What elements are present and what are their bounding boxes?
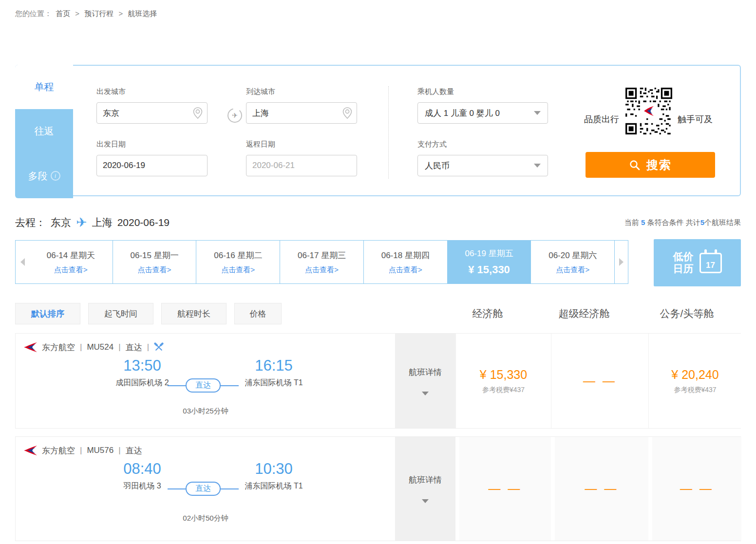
- date-tab-0617[interactable]: 06-17 星期三 点击查看>: [280, 241, 363, 283]
- summary-text: 个航班结果: [704, 218, 741, 226]
- breadcrumb-home[interactable]: 首页: [56, 9, 70, 18]
- route-to: 上海: [92, 216, 113, 229]
- tab-roundtrip[interactable]: 往返: [15, 109, 73, 153]
- date-tab-link[interactable]: 点击查看>: [54, 265, 88, 275]
- summary-count: 5: [700, 218, 704, 226]
- date-tab-link[interactable]: 点击查看>: [138, 265, 171, 275]
- tab-multicity[interactable]: 多段 i: [15, 154, 73, 198]
- flight-type: 直达: [126, 445, 142, 456]
- swap-cities-button[interactable]: ✈: [226, 107, 244, 124]
- economy-price-cell[interactable]: ¥ 15,330 参考税费¥437: [455, 334, 551, 428]
- arrival-time: 10:30: [201, 460, 347, 478]
- economy-tax: 参考税费¥437: [482, 386, 525, 394]
- economy-price: ¥ 15,330: [480, 368, 527, 382]
- date-tab-link[interactable]: 点击查看>: [389, 265, 422, 275]
- chevron-down-icon: [534, 164, 541, 168]
- breadcrumb-separator: >: [118, 9, 123, 18]
- route-from: 东京: [51, 216, 71, 229]
- qr-slogan-left: 品质出行: [584, 113, 619, 125]
- date-tab-link[interactable]: 点击查看>: [221, 265, 255, 275]
- no-price-dash: — —: [680, 482, 714, 496]
- business-tax: 参考税费¥437: [674, 386, 716, 394]
- search-panel: 单程 往返 多段 i 出发城市 ✈ 到达城市 出发日期 返程日期 乘机人数量 成…: [15, 65, 741, 196]
- date-tab-date: 06-18 星期四: [381, 250, 430, 261]
- low-price-label-line1: 低价: [673, 251, 694, 262]
- date-tab-date: 06-20 星期六: [548, 250, 597, 261]
- separator: |: [80, 446, 82, 455]
- search-button[interactable]: 搜索: [586, 152, 715, 178]
- premium-price-cell: — —: [551, 334, 648, 428]
- date-tab-date: 06-19 星期五: [465, 248, 513, 259]
- search-button-label: 搜索: [646, 157, 672, 173]
- premium-economy-column-header: 超级经济舱: [535, 307, 633, 320]
- payment-label: 支付方式: [417, 140, 447, 149]
- date-tab-0616[interactable]: 06-16 星期二 点击查看>: [196, 241, 280, 283]
- passengers-label: 乘机人数量: [417, 87, 454, 96]
- economy-price-cell: — —: [455, 437, 551, 541]
- date-tab-date: 06-14 星期天: [47, 250, 95, 261]
- sort-departure-time-button[interactable]: 起飞时间: [88, 303, 153, 324]
- passengers-value: 成人 1 儿童 0 婴儿 0: [425, 108, 534, 119]
- breadcrumb: 您的位置： 首页 > 预订行程 > 航班选择: [0, 0, 756, 19]
- separator: |: [147, 342, 149, 352]
- sort-default-button[interactable]: 默认排序: [15, 303, 80, 324]
- china-eastern-logo: [23, 445, 38, 456]
- date-tab-date: 06-17 星期三: [298, 250, 346, 261]
- sort-price-button[interactable]: 价格: [234, 303, 282, 324]
- calendar-day: 17: [706, 261, 715, 272]
- business-price-cell[interactable]: ¥ 20,240 参考税费¥437: [648, 334, 741, 428]
- swap-plane-icon: ✈: [227, 107, 243, 124]
- breadcrumb-booking[interactable]: 预订行程: [84, 9, 113, 18]
- depart-date-input[interactable]: [96, 155, 208, 176]
- departure-time: 13:50: [69, 357, 215, 375]
- date-tab-0615[interactable]: 06-15 星期一 点击查看>: [113, 241, 196, 283]
- route-header: 去程： 东京 ✈ 上海 2020-06-19 当前 5 条符合条件 共计5个航班…: [15, 215, 741, 230]
- tab-oneway[interactable]: 单程: [15, 65, 73, 109]
- separator: |: [118, 446, 120, 455]
- flight-duration: 02小时50分钟: [137, 514, 274, 523]
- flight-row-mu524: 东方航空 | MU524 | 直达 | 13:50 成田国际机场 2 直达 16…: [15, 333, 741, 429]
- payment-value: 人民币: [425, 160, 534, 171]
- depart-city-input[interactable]: [96, 102, 208, 124]
- no-price-dash: — —: [583, 374, 617, 388]
- date-tab-0618[interactable]: 06-18 星期四 点击查看>: [363, 241, 447, 283]
- search-icon: [629, 159, 641, 171]
- location-pin-icon: [192, 107, 203, 119]
- low-price-calendar-button[interactable]: 低价 日历 17: [654, 239, 741, 286]
- return-date-label: 返程日期: [246, 140, 275, 149]
- return-date-input[interactable]: [246, 155, 357, 176]
- route-date: 2020-06-19: [117, 217, 170, 228]
- separator: |: [80, 342, 82, 352]
- arrive-city-label: 到达城市: [246, 87, 275, 96]
- chevron-down-icon: [534, 111, 541, 115]
- plane-icon: ✈: [76, 215, 87, 230]
- next-dates-button[interactable]: [614, 241, 628, 283]
- economy-column-header: 经济舱: [440, 307, 535, 320]
- chevron-left-icon: [20, 258, 25, 266]
- sort-duration-button[interactable]: 航程时长: [161, 303, 227, 324]
- qr-slogan-right: 触手可及: [678, 113, 713, 125]
- flight-number: MU576: [87, 446, 113, 455]
- flight-details-toggle[interactable]: 航班详情: [395, 437, 455, 541]
- date-tab-0620[interactable]: 06-20 星期六 点击查看>: [530, 241, 614, 283]
- sort-and-cabin-header: 默认排序 起飞时间 航程时长 价格 经济舱 超级经济舱 公务/头等舱: [15, 303, 741, 325]
- departure-time: 08:40: [69, 460, 215, 478]
- trip-type-tabs: 单程 往返 多段 i: [15, 65, 73, 198]
- calendar-icon: 17: [699, 253, 722, 273]
- date-tab-link[interactable]: 点击查看>: [556, 265, 589, 275]
- breadcrumb-flight-select: 航班选择: [128, 9, 157, 18]
- arrival-airport: 浦东国际机场 T1: [201, 378, 347, 388]
- business-price: ¥ 20,240: [671, 368, 718, 382]
- date-tab-0619-selected[interactable]: 06-19 星期五 ¥ 15,330: [447, 241, 531, 283]
- date-tab-date: 06-15 星期一: [131, 250, 179, 261]
- date-tab-0614[interactable]: 06-14 星期天 点击查看>: [29, 241, 113, 283]
- breadcrumb-separator: >: [75, 9, 79, 18]
- prev-dates-button[interactable]: [16, 241, 29, 283]
- date-tab-link[interactable]: 点击查看>: [305, 265, 339, 275]
- chevron-right-icon: [619, 258, 624, 266]
- flight-details-toggle[interactable]: 航班详情: [395, 334, 455, 428]
- arrive-city-input[interactable]: [246, 102, 357, 124]
- passengers-select[interactable]: 成人 1 儿童 0 婴儿 0: [417, 102, 548, 124]
- payment-select[interactable]: 人民币: [417, 155, 548, 176]
- depart-date-label: 出发日期: [96, 140, 126, 149]
